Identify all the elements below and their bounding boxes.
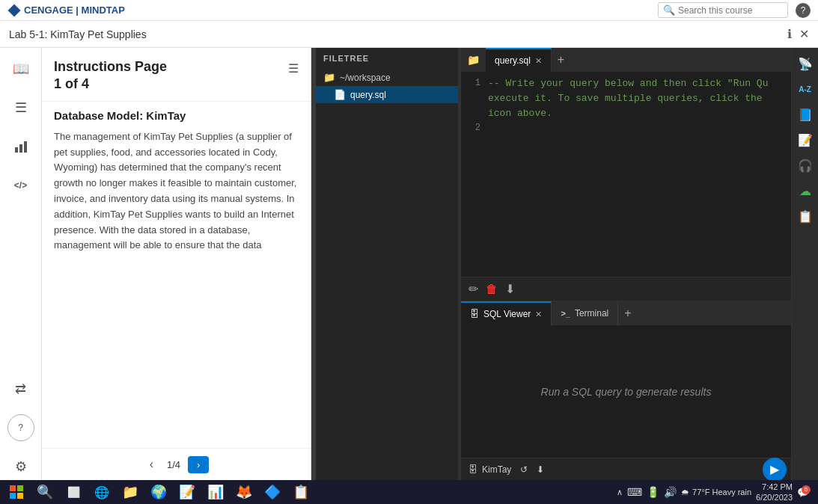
file-icon: 📄 [334, 89, 346, 100]
filetree-header: FILETREE [316, 48, 458, 69]
rss-icon[interactable]: 📡 [794, 52, 817, 75]
search-input[interactable] [678, 5, 783, 16]
instructions-panel: Instructions Page 1 of 4 ☰ Database Mode… [42, 48, 311, 480]
section-heading: Database Model: KimTay [54, 109, 299, 122]
taskbar-app6[interactable]: 🔷 [259, 482, 286, 503]
search-box[interactable]: 🔍 [658, 2, 788, 18]
tab-sql-viewer[interactable]: 🗄 SQL Viewer ✕ [461, 301, 552, 325]
taskbar-weather[interactable]: 🌧 77°F Heavy rain [681, 488, 751, 497]
sidebar-item-help[interactable]: ? [7, 414, 34, 441]
taskbar-app4[interactable]: 📊 [202, 482, 229, 503]
book-icon[interactable]: 📘 [794, 103, 817, 126]
taskbar-edge[interactable]: 🌐 [88, 482, 115, 503]
left-sidebar: 📖 ☰ </> ⇄ ? ⚙ [0, 48, 42, 480]
tab-terminal[interactable]: >_ Terminal [552, 301, 618, 325]
db-name: KimTay [482, 464, 511, 475]
sidebar-item-settings[interactable]: ⚙ [7, 453, 34, 480]
main-layout: 📖 ☰ </> ⇄ ? ⚙ Instructions Page 1 of 4 ☰… [0, 48, 818, 480]
svg-rect-2 [19, 144, 22, 153]
az-icon[interactable]: A-Z [794, 78, 817, 100]
tab-add-button[interactable]: + [552, 48, 570, 72]
folder-tab-icon[interactable]: 📁 [461, 54, 486, 66]
taskbar-explorer[interactable]: 📁 [117, 482, 144, 503]
keyboard-icon[interactable]: ⌨ [627, 486, 642, 498]
export-icon[interactable]: ⬇ [537, 464, 544, 475]
svg-rect-0 [8, 4, 21, 16]
instructions-text: The management of KimTay Pet Supplies (a… [54, 129, 299, 253]
note-icon[interactable]: 📝 [794, 129, 817, 151]
bottom-status: 🗄 KimTay ↺ ⬇ ▶ [461, 458, 791, 480]
tab-close-icon[interactable]: ✕ [535, 56, 542, 66]
editor-tabs: 📁 query.sql ✕ + [461, 48, 791, 72]
search-icon: 🔍 [663, 4, 675, 16]
weather-text: 77°F Heavy rain [692, 488, 751, 497]
clock-time: 7:42 PM [756, 482, 793, 492]
code-line-2: 2 [461, 123, 791, 138]
taskbar-sys-tray: ∧ ⌨ 🔋 🔊 🌧 77°F Heavy rain 7:42 PM 6/20/2… [611, 482, 815, 503]
taskbar-app7[interactable]: 📋 [287, 482, 314, 503]
filetree-workspace[interactable]: 📁 ~/workspace [316, 69, 458, 86]
run-button[interactable]: ▶ [763, 458, 787, 481]
empty-message: Run a SQL query to generate results [541, 386, 712, 398]
prev-button[interactable]: ‹ [144, 455, 159, 474]
cloud-icon[interactable]: ☁ [794, 179, 817, 202]
filetree: FILETREE 📁 ~/workspace 📄 query.sql [316, 48, 458, 480]
sidebar-item-share[interactable]: ⇄ [7, 375, 34, 402]
tab-query-sql[interactable]: query.sql ✕ [486, 48, 552, 72]
taskbar-search[interactable]: 🔍 [31, 482, 58, 503]
download-icon[interactable]: ⬇ [505, 282, 515, 296]
taskbar-start[interactable] [3, 482, 30, 503]
weather-icon: 🌧 [681, 488, 689, 497]
taskbar-clock[interactable]: 7:42 PM 6/20/2023 [756, 482, 793, 503]
editor-toolbar: ✏ 🗑 ⬇ [461, 277, 791, 301]
bottom-content: Run a SQL query to generate results [461, 325, 791, 458]
sql-viewer-label: SQL Viewer [483, 309, 531, 319]
hamburger-icon[interactable]: ☰ [288, 61, 299, 76]
taskbar-taskview[interactable]: ⬜ [60, 482, 87, 503]
folder-icon: 📁 [323, 72, 335, 83]
top-bar-left: CENGAGE | MINDTAP [7, 4, 125, 17]
instructions-header: Instructions Page 1 of 4 ☰ [42, 48, 311, 102]
bottom-tab-add-button[interactable]: + [618, 307, 637, 320]
db-label: 🗄 KimTay ↺ ⬇ [468, 464, 544, 475]
right-sidebar: 📡 A-Z 📘 📝 🎧 ☁ 📋 [791, 48, 818, 480]
headset-icon[interactable]: 🎧 [794, 154, 817, 176]
info-button[interactable]: ℹ [787, 27, 792, 41]
code-editor[interactable]: 1 -- Write your query below and then cli… [461, 72, 791, 277]
taskbar-word[interactable]: 📝 [174, 482, 201, 503]
page-indicator: 1/4 [167, 459, 180, 470]
instructions-footer: ‹ 1/4 › [42, 448, 311, 480]
filetree-file-query-sql[interactable]: 📄 query.sql [316, 86, 458, 103]
taskbar: 🔍 ⬜ 🌐 📁 🌍 📝 📊 🦊 🔷 📋 ∧ ⌨ 🔋 🔊 🌧 77°F Heavy… [0, 480, 818, 504]
next-button[interactable]: › [188, 456, 209, 473]
battery-icon[interactable]: 🔋 [647, 486, 659, 498]
top-bar: CENGAGE | MINDTAP 🔍 ? [0, 0, 818, 21]
lab-bar: Lab 5-1: KimTay Pet Supplies ℹ ✕ [0, 21, 818, 48]
clock-date: 6/20/2023 [756, 492, 793, 503]
svg-rect-5 [17, 485, 23, 491]
workspace-label: ~/workspace [340, 73, 391, 83]
history-icon[interactable]: ↺ [520, 464, 528, 475]
cengage-diamond-icon [7, 4, 21, 17]
sidebar-item-code[interactable]: </> [7, 172, 34, 199]
notification-icon[interactable]: 💬 6 [797, 487, 809, 498]
instructions-body: Database Model: KimTay The management of… [42, 102, 311, 448]
sidebar-item-list[interactable]: ☰ [7, 94, 34, 121]
help-button[interactable]: ? [796, 3, 811, 18]
code-line-1: 1 -- Write your query below and then cli… [461, 78, 791, 93]
taskbar-app5[interactable]: 🦊 [231, 482, 257, 503]
brand-label: CENGAGE | MINDTAP [24, 4, 125, 16]
sql-viewer-close-icon[interactable]: ✕ [535, 310, 542, 319]
edit-icon[interactable]: ✏ [468, 282, 478, 296]
delete-icon[interactable]: 🗑 [486, 283, 498, 296]
instructions-title: Instructions Page [54, 58, 167, 76]
filetree-editor: FILETREE 📁 ~/workspace 📄 query.sql 📁 que [316, 48, 791, 480]
sound-icon[interactable]: 🔊 [664, 486, 677, 498]
close-button[interactable]: ✕ [799, 27, 809, 41]
sidebar-item-book[interactable]: 📖 [7, 55, 34, 82]
docs-icon[interactable]: 📋 [794, 205, 817, 227]
taskbar-ie[interactable]: 🌍 [145, 482, 172, 503]
terminal-icon: >_ [561, 309, 570, 318]
sidebar-item-chart[interactable] [7, 133, 34, 160]
up-arrow-icon[interactable]: ∧ [617, 488, 623, 497]
